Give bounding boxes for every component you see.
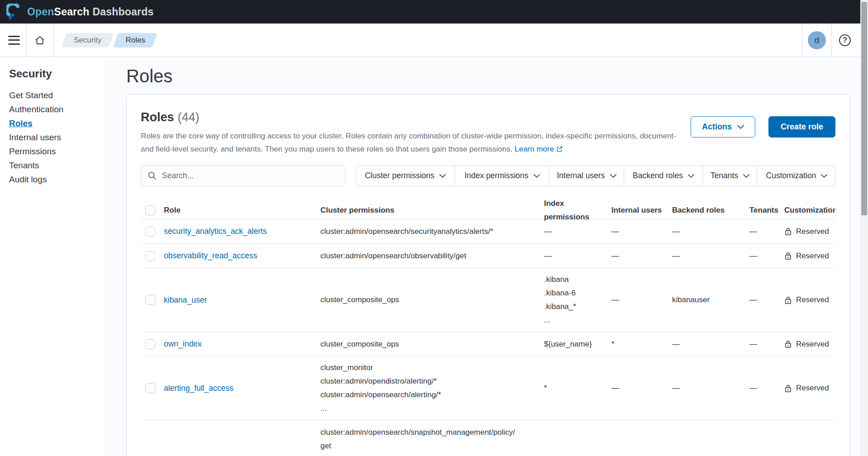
cell-index-permissions: ${user_name}	[539, 337, 607, 351]
roles-table: RoleCluster permissionsIndex permissions…	[141, 202, 835, 456]
sidebar-item-get-started[interactable]: Get Started	[9, 91, 97, 100]
sidebar-item-audit-logs[interactable]: Audit logs	[9, 175, 97, 184]
chevron-down-icon	[743, 174, 749, 178]
role-link[interactable]: own_index	[164, 339, 202, 348]
navigation-bar: SecurityRoles d ?	[0, 24, 860, 57]
cell-backend-roles: —	[668, 337, 745, 351]
table-row: kibana_usercluster_composite_ops.kibana.…	[141, 268, 835, 332]
filter-tenants[interactable]: Tenants	[703, 166, 757, 186]
chevron-down-icon	[737, 125, 744, 129]
cell-role: own_index	[159, 337, 316, 351]
cell-tenants	[745, 420, 780, 426]
sidebar-item-roles[interactable]: Roles	[9, 119, 97, 128]
sidebar-item-internal-users[interactable]: Internal users	[9, 133, 97, 142]
cell-backend-roles: kibanauser	[668, 293, 745, 307]
sidebar-item-label[interactable]: Tenants	[9, 161, 39, 170]
divider	[802, 24, 802, 57]
row-checkbox[interactable]	[145, 227, 155, 237]
table-header: RoleCluster permissionsIndex permissions…	[141, 202, 835, 219]
table-row: own_indexcluster_composite_ops${user_nam…	[141, 332, 835, 356]
menu-icon[interactable]	[8, 36, 20, 45]
filter-label: Tenants	[711, 171, 738, 180]
filter-backend-roles[interactable]: Backend roles	[624, 166, 703, 186]
filter-index-permissions[interactable]: Index permissions	[455, 166, 549, 186]
lock-icon	[784, 227, 792, 236]
reserved-badge: Reserved	[784, 249, 835, 263]
cell-backend-roles	[668, 420, 745, 426]
cell-backend-roles: —	[668, 225, 745, 238]
cell-tenants: —	[745, 249, 780, 263]
sidebar-item-label[interactable]: Audit logs	[9, 175, 47, 184]
cell-customization: Reserved	[780, 293, 835, 307]
sidebar-heading: Security	[9, 67, 97, 80]
row-checkbox[interactable]	[145, 383, 155, 393]
filter-internal-users[interactable]: Internal users	[549, 166, 624, 186]
row-checkbox[interactable]	[145, 251, 155, 261]
cell-cluster-permissions: cluster_monitorcluster:admin/opendistro/…	[316, 361, 539, 415]
cell-tenants: —	[745, 225, 780, 238]
cell-index-permissions: *	[539, 381, 607, 395]
role-link[interactable]: kibana_user	[164, 295, 207, 304]
opensearch-swirl-icon	[6, 4, 23, 20]
panel-description: Roles are the core way of controlling ac…	[141, 129, 677, 156]
home-icon[interactable]	[34, 35, 45, 46]
create-role-button[interactable]: Create role	[768, 116, 835, 138]
lock-icon	[784, 296, 792, 304]
sidebar-item-label[interactable]: Permissions	[9, 147, 56, 156]
cell-internal-users	[607, 420, 668, 426]
cell-backend-roles: —	[668, 249, 745, 263]
column-header-customization: Customization	[780, 204, 835, 217]
learn-more-link[interactable]: Learn more	[515, 145, 563, 153]
panel-title-text: Roles	[141, 110, 174, 124]
table-row: cluster:admin/opensearch/snapshot_manage…	[141, 420, 835, 456]
sidebar-item-label[interactable]: Authentication	[9, 104, 63, 114]
chevron-down-icon	[610, 174, 616, 178]
table-body: security_analytics_ack_alertscluster:adm…	[141, 219, 835, 456]
cell-role: observability_read_access	[159, 249, 316, 263]
actions-button[interactable]: Actions	[691, 116, 755, 138]
roles-count: (44)	[178, 110, 200, 124]
security-sidebar: Security Get StartedAuthenticationRolesI…	[0, 57, 104, 456]
sidebar-item-tenants[interactable]: Tenants	[9, 161, 97, 170]
column-header-internal-users: Internal users	[607, 204, 668, 217]
filter-cluster-permissions[interactable]: Cluster permissions	[356, 166, 455, 186]
vertical-scrollbar[interactable]	[860, 0, 868, 456]
panel-title: Roles(44)	[141, 110, 677, 124]
sidebar-item-authentication[interactable]: Authentication	[9, 105, 97, 114]
help-icon[interactable]: ?	[839, 34, 851, 46]
sidebar-item-label[interactable]: Internal users	[9, 133, 61, 142]
role-link[interactable]: security_analytics_ack_alerts	[164, 227, 267, 236]
cell-cluster-permissions: cluster:admin/opensearch/observability/g…	[316, 249, 539, 263]
role-link[interactable]: alerting_full_access	[164, 384, 234, 393]
cell-role	[159, 420, 316, 426]
breadcrumb-security[interactable]: Security	[64, 33, 111, 48]
search-input[interactable]	[162, 171, 339, 180]
breadcrumb-roles[interactable]: Roles	[115, 33, 155, 48]
breadcrumbs: SecurityRoles	[64, 33, 155, 48]
row-checkbox[interactable]	[145, 339, 155, 349]
main-content: Roles Roles(44) Roles are the core way o…	[104, 57, 860, 456]
cell-internal-users: *	[607, 337, 668, 351]
cell-backend-roles: —	[668, 381, 745, 395]
filter-label: Index permissions	[464, 171, 528, 180]
search-box	[141, 165, 345, 186]
cell-tenants: —	[745, 337, 780, 351]
chevron-down-icon	[534, 174, 540, 178]
cell-role: kibana_user	[159, 293, 316, 307]
select-all-checkbox[interactable]	[145, 205, 155, 215]
sidebar-item-label[interactable]: Roles	[9, 119, 33, 128]
sidebar-items: Get StartedAuthenticationRolesInternal u…	[9, 91, 97, 184]
cell-tenants: —	[745, 293, 780, 307]
role-link[interactable]: observability_read_access	[164, 251, 257, 260]
lock-icon	[784, 340, 792, 348]
user-avatar[interactable]: d	[808, 31, 826, 49]
page-title: Roles	[126, 66, 860, 86]
column-header-index-permissions: Index permissions	[539, 197, 607, 224]
filter-customization[interactable]: Customization	[757, 166, 835, 186]
cell-role: security_analytics_ack_alerts	[159, 224, 316, 238]
sidebar-item-permissions[interactable]: Permissions	[9, 147, 97, 156]
row-checkbox[interactable]	[145, 295, 155, 305]
sidebar-item-label[interactable]: Get Started	[9, 90, 53, 100]
scrollbar-thumb[interactable]	[861, 2, 867, 215]
opensearch-logo[interactable]: OpenSearchDashboards	[6, 4, 153, 20]
